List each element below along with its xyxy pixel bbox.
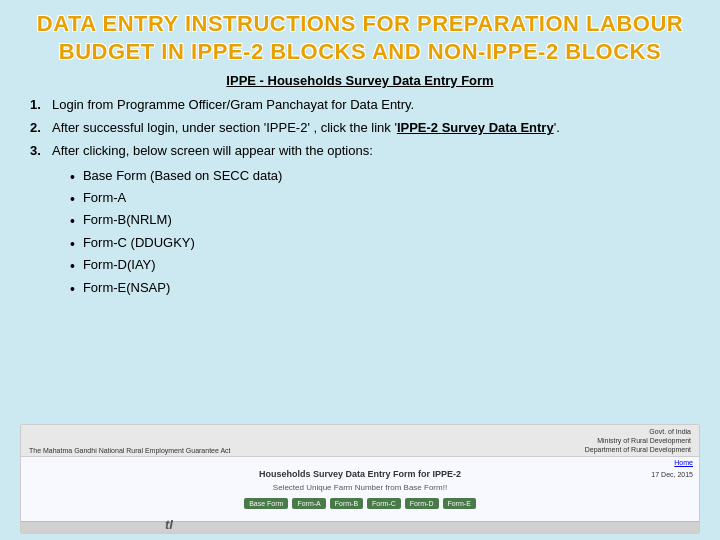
form-a-button[interactable]: Form-A bbox=[292, 498, 325, 509]
main-container: DATA ENTRY INSTRUCTIONS FOR PREPARATION … bbox=[0, 0, 720, 540]
screenshot-form-title: Households Survey Data Entry Form for IP… bbox=[259, 469, 461, 479]
screenshot-footer-bar: tI bbox=[21, 521, 699, 533]
bullet-item-4: Form-C (DDUGKY) bbox=[70, 233, 690, 255]
bullet-item-3: Form-B(NRLM) bbox=[70, 210, 690, 232]
instruction-num-1: 1. bbox=[30, 96, 52, 114]
form-e-button[interactable]: Form-E bbox=[443, 498, 476, 509]
gov-info: Govt. of India Ministry of Rural Develop… bbox=[585, 427, 691, 454]
page-title: DATA ENTRY INSTRUCTIONS FOR PREPARATION … bbox=[16, 10, 704, 65]
instruction-num-2: 2. bbox=[30, 119, 52, 137]
instruction-list: 1. Login from Programme Officer/Gram Pan… bbox=[30, 96, 690, 161]
screenshot-buttons: Base Form Form-A Form-B Form-C Form-D Fo… bbox=[244, 498, 476, 509]
screenshot-body: 17 Dec, 2015 Home Households Survey Data… bbox=[21, 457, 699, 521]
header-section: DATA ENTRY INSTRUCTIONS FOR PREPARATION … bbox=[0, 0, 720, 69]
form-b-button[interactable]: Form-B bbox=[330, 498, 363, 509]
bullet-item-1: Base Form (Based on SECC data) bbox=[70, 166, 690, 188]
ippe-subtitle: IPPE - Households Survey Data Entry Form bbox=[30, 73, 690, 88]
instruction-num-3: 3. bbox=[30, 142, 52, 160]
instruction-item-3: 3. After clicking, below screen will app… bbox=[30, 142, 690, 160]
instruction-item-1: 1. Login from Programme Officer/Gram Pan… bbox=[30, 96, 690, 114]
form-d-button[interactable]: Form-D bbox=[405, 498, 439, 509]
bullet-item-5: Form-D(IAY) bbox=[70, 255, 690, 277]
instruction-text-2: After successful login, under section 'I… bbox=[52, 119, 690, 137]
content-area: IPPE - Households Survey Data Entry Form… bbox=[0, 69, 720, 420]
bullet-list: Base Form (Based on SECC data) Form-A Fo… bbox=[70, 166, 690, 300]
ippe-link[interactable]: IPPE-2 Survey Data Entry bbox=[397, 120, 554, 135]
form-c-button[interactable]: Form-C bbox=[367, 498, 401, 509]
bullet-item-6: Form-E(NSAP) bbox=[70, 278, 690, 300]
instruction-text-3: After clicking, below screen will appear… bbox=[52, 142, 690, 160]
screenshot-header: The Mahatma Gandhi National Rural Employ… bbox=[21, 425, 699, 457]
instruction-item-2: 2. After successful login, under section… bbox=[30, 119, 690, 137]
home-link[interactable]: Home bbox=[674, 459, 693, 466]
instruction-text-1: Login from Programme Officer/Gram Pancha… bbox=[52, 96, 690, 114]
tI-label: tI bbox=[165, 517, 173, 532]
act-name-text: The Mahatma Gandhi National Rural Employ… bbox=[29, 447, 231, 454]
bullet-item-2: Form-A bbox=[70, 188, 690, 210]
date-text: 17 Dec, 2015 bbox=[651, 471, 693, 478]
screenshot-panel: The Mahatma Gandhi National Rural Employ… bbox=[20, 424, 700, 534]
base-form-button[interactable]: Base Form bbox=[244, 498, 288, 509]
screenshot-selected-text: Selected Unique Farm Number from Base Fo… bbox=[273, 483, 447, 492]
